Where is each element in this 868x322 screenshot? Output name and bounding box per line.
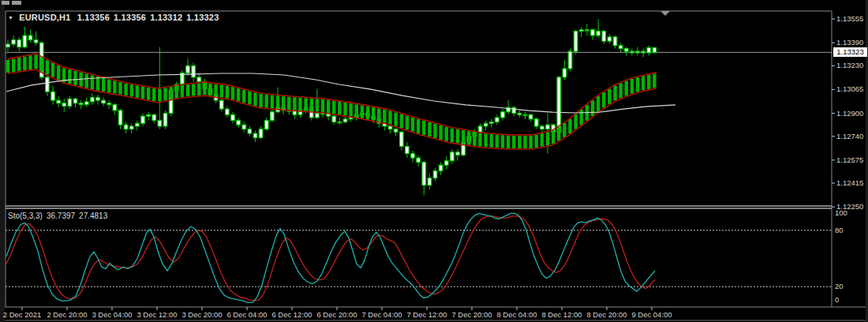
candle-body [186, 66, 190, 73]
ma-ribbon-bar [147, 88, 150, 100]
stochastic-main-value: 36.7397 [47, 212, 75, 220]
ma-ribbon-bar [636, 77, 639, 92]
ma-ribbon-bar [602, 92, 605, 108]
candle-body [647, 47, 651, 53]
chart-canvas[interactable] [0, 0, 868, 322]
candle-body [597, 32, 600, 36]
ma-ribbon-bar [271, 95, 274, 108]
ma-ribbon-bar [411, 118, 414, 132]
ma-ribbon-bar [496, 135, 499, 148]
candle-body [624, 48, 628, 51]
candle-body [237, 121, 241, 125]
symbol-timeframe: EURUSD,H1 [19, 13, 70, 22]
ma-ribbon-bar [507, 136, 510, 148]
candle-body [529, 114, 533, 118]
ma-ribbon-bar [518, 136, 521, 148]
ma-ribbon-bar [388, 110, 391, 124]
candle-body [433, 171, 437, 178]
ma-ribbon-bar [406, 116, 409, 130]
ma-ribbon-bar [321, 99, 324, 112]
ma-ribbon-bar [197, 84, 200, 95]
candle-body [496, 118, 499, 122]
ma-ribbon-bar [181, 85, 184, 97]
ma-ribbon-bar [40, 58, 43, 72]
candle-body [534, 119, 538, 126]
ma-ribbon-bar [57, 66, 60, 80]
candle-body [411, 154, 415, 158]
ma-ribbon-bar [220, 85, 223, 98]
ma-ribbon-bar [456, 129, 459, 144]
ma-ribbon-bar [568, 119, 571, 133]
candle-body [568, 51, 572, 69]
candle-body [478, 126, 482, 132]
candle-body [152, 114, 156, 120]
candle-body [489, 122, 493, 123]
ma-ribbon-bar [422, 121, 425, 135]
ma-ribbon-bar [169, 87, 172, 99]
candle-body [591, 30, 595, 36]
ma-ribbon-bar [265, 95, 268, 108]
candle-body [630, 51, 634, 53]
candle-body [12, 39, 16, 43]
candle-body [107, 103, 111, 105]
candle-body [642, 51, 645, 53]
ma-ribbon-bar [327, 100, 330, 113]
candle-body [259, 129, 263, 138]
ma-ribbon-bar [298, 98, 301, 110]
ma-ribbon-bar [490, 134, 493, 148]
ma-ribbon-bar [512, 136, 515, 148]
candle-body [557, 77, 561, 132]
ma-ribbon-bar [608, 89, 611, 104]
candle-body [451, 152, 455, 161]
ma-ribbon-bar [366, 107, 369, 119]
ma-ribbon-bar [400, 114, 403, 128]
chevron-down-icon[interactable]: ▼ [8, 15, 13, 21]
candle-body [197, 77, 201, 81]
candle-body [248, 129, 252, 133]
candle-body [439, 165, 443, 170]
candle-body [613, 37, 617, 46]
ma-ribbon-bar [23, 57, 26, 70]
candle-body [124, 125, 128, 129]
candle-body [636, 51, 640, 53]
ma-ribbon-bar [73, 71, 77, 85]
time-axis-label: 7 Dec 04:00 [361, 311, 402, 319]
ma-ribbon-bar [557, 127, 560, 140]
stochastic-name: Sto(5,3,3) [8, 212, 43, 220]
ma-ribbon-bar [192, 84, 195, 95]
ma-ribbon-bar [282, 96, 285, 109]
candle-body [242, 125, 246, 129]
ma-ribbon-bar [591, 100, 594, 116]
ma-ribbon-bar [231, 87, 234, 99]
candle-body [34, 39, 38, 43]
price-axis-label: 1.13390 [836, 39, 863, 47]
ma-ribbon-bar [394, 112, 397, 125]
ma-ribbon-bar [259, 94, 262, 107]
candle-body [62, 103, 66, 107]
ma-ribbon-bar [163, 88, 166, 100]
price-axis-label: 1.13555 [836, 15, 863, 23]
candle-body [399, 132, 403, 146]
ma-ribbon-bar [642, 76, 645, 90]
ma-ribbon-bar [237, 88, 240, 101]
candle-body [57, 100, 61, 103]
ma-ribbon-bar [304, 98, 307, 110]
chart-ohlc-label[interactable]: ▼EURUSD,H1 1.133561.133561.133121.13323 [8, 13, 219, 22]
candle-body [46, 77, 50, 92]
ohlc-low: 1.13312 [150, 13, 182, 22]
ma-ribbon-bar [343, 103, 346, 115]
candle-body [456, 152, 460, 155]
ma-ribbon-bar [529, 136, 532, 148]
chart-background [0, 0, 868, 322]
candle-body [147, 114, 151, 116]
ma-ribbon-bar [619, 83, 622, 98]
current-price-tag: 1.13323 [833, 47, 867, 57]
price-axis-label: 1.12740 [836, 133, 863, 140]
ma-ribbon-bar [574, 114, 577, 129]
stoch-axis-label: 0 [835, 296, 839, 304]
time-axis-label: 7 Dec 12:00 [406, 311, 447, 319]
candle-body [271, 112, 275, 121]
ma-ribbon-bar [46, 60, 49, 74]
ma-ribbon-bar [535, 135, 538, 148]
candle-body [28, 36, 32, 39]
